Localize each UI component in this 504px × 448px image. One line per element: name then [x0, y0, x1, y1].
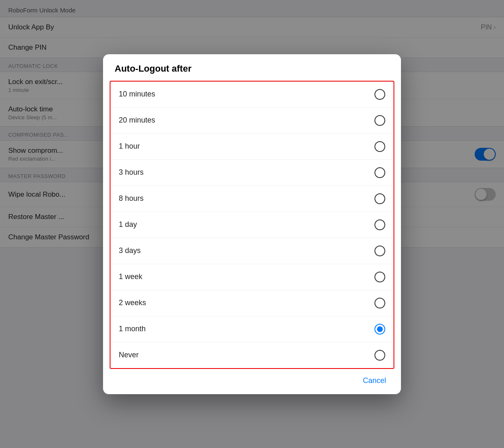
radio-label-2: 1 hour — [119, 142, 140, 151]
radio-label-4: 8 hours — [119, 194, 144, 203]
modal-overlay: Auto-Logout after 10 minutes20 minutes1 … — [0, 0, 504, 448]
radio-option-2[interactable]: 1 hour — [110, 134, 394, 160]
radio-option-10[interactable]: Never — [110, 342, 394, 368]
radio-circle-3[interactable] — [374, 167, 385, 178]
radio-label-8: 2 weeks — [119, 299, 146, 307]
radio-circle-0[interactable] — [374, 89, 385, 100]
auto-logout-dialog: Auto-Logout after 10 minutes20 minutes1 … — [103, 54, 401, 394]
dialog-footer: Cancel — [103, 369, 401, 394]
radio-circle-10[interactable] — [374, 350, 385, 361]
radio-label-10: Never — [119, 351, 139, 359]
radio-option-8[interactable]: 2 weeks — [110, 290, 394, 316]
radio-option-4[interactable]: 8 hours — [110, 186, 394, 212]
cancel-button[interactable]: Cancel — [360, 375, 389, 387]
radio-option-1[interactable]: 20 minutes — [110, 108, 394, 134]
radio-label-5: 1 day — [119, 220, 137, 229]
radio-label-9: 1 month — [119, 325, 146, 333]
radio-label-1: 20 minutes — [119, 116, 155, 125]
radio-label-6: 3 days — [119, 246, 141, 255]
radio-option-7[interactable]: 1 week — [110, 264, 394, 290]
radio-circle-4[interactable] — [374, 193, 385, 204]
dialog-title: Auto-Logout after — [103, 54, 401, 81]
radio-option-6[interactable]: 3 days — [110, 238, 394, 264]
radio-circle-9[interactable] — [374, 324, 385, 335]
radio-label-0: 10 minutes — [119, 90, 155, 99]
radio-option-5[interactable]: 1 day — [110, 212, 394, 238]
radio-circle-6[interactable] — [374, 246, 385, 256]
radio-option-0[interactable]: 10 minutes — [110, 82, 394, 108]
radio-circle-1[interactable] — [374, 115, 385, 126]
radio-option-3[interactable]: 3 hours — [110, 160, 394, 186]
radio-circle-7[interactable] — [374, 272, 385, 282]
radio-option-9[interactable]: 1 month — [110, 316, 394, 342]
radio-label-7: 1 week — [119, 272, 142, 281]
dialog-options-list: 10 minutes20 minutes1 hour3 hours8 hours… — [110, 81, 394, 369]
radio-label-3: 3 hours — [119, 168, 144, 177]
radio-circle-5[interactable] — [374, 219, 385, 230]
radio-circle-2[interactable] — [374, 141, 385, 152]
radio-circle-8[interactable] — [374, 298, 385, 308]
